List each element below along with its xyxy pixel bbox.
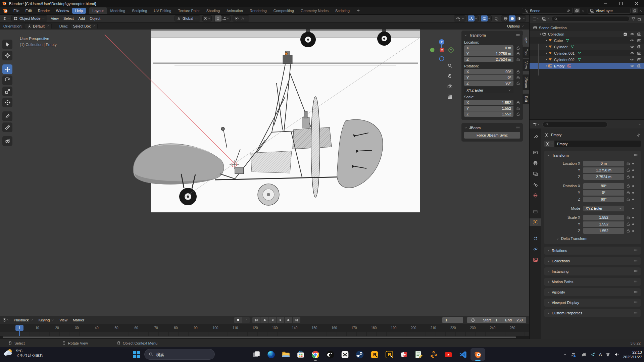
ime-mode-icon[interactable]: A: [599, 352, 602, 357]
tool-transform-button[interactable]: [2, 98, 12, 107]
eye-icon[interactable]: [630, 64, 634, 68]
animate-dot[interactable]: [632, 217, 634, 218]
timeline-ruler[interactable]: 1020304050607080901001101201301401501601…: [0, 324, 529, 332]
transform-orientation-dropdown[interactable]: Global: [175, 15, 200, 21]
dragdots-icon[interactable]: [633, 290, 638, 294]
show-object-types-dropdown[interactable]: [455, 15, 461, 21]
animate-dot[interactable]: [632, 192, 634, 194]
scene-selector[interactable]: Scene: [522, 8, 573, 14]
properties-tab-object[interactable]: [530, 218, 541, 226]
tri-right-icon[interactable]: [545, 52, 548, 55]
pin-icon[interactable]: [566, 9, 571, 13]
mode-dropdown[interactable]: XYZ Euler: [583, 206, 624, 211]
workspace-tab-uv-editing[interactable]: UV Editing: [150, 7, 175, 14]
filter-icon[interactable]: [631, 17, 636, 21]
options-dropdown[interactable]: Options: [507, 24, 524, 28]
tri-right-icon[interactable]: [545, 45, 548, 48]
snap-settings-dropdown[interactable]: [221, 15, 230, 21]
force-jbeam-sync-button[interactable]: Force JBeam Sync: [464, 132, 520, 139]
tool-measure-button[interactable]: [2, 122, 12, 132]
timeline-editor-type-button[interactable]: [2, 317, 10, 323]
sidebar-tab-item[interactable]: Item: [523, 34, 529, 46]
value-field[interactable]: 90°: [583, 183, 624, 189]
eye-icon[interactable]: [630, 45, 634, 49]
workspace-tab-layout[interactable]: Layout: [89, 7, 107, 14]
lock-open-icon[interactable]: [626, 197, 630, 201]
viewlayer-selector[interactable]: ViewLayer: [588, 8, 631, 14]
viewport-perspective-toggle-button[interactable]: [447, 94, 452, 100]
wifi-icon[interactable]: [605, 352, 610, 357]
taskbar-app-microsoft-store[interactable]: [293, 348, 308, 361]
sidebar-tab-tool[interactable]: Tool: [523, 47, 529, 58]
animate-dot[interactable]: [632, 223, 634, 225]
value-field[interactable]: 0°: [583, 190, 624, 196]
lock-open-icon[interactable]: [516, 52, 520, 56]
workspace-tab-geometry-nodes[interactable]: Geometry Nodes: [297, 7, 332, 14]
outliner-row-collection[interactable]: Collection: [530, 31, 644, 37]
camera-icon[interactable]: [637, 45, 641, 49]
next-keyframe-button[interactable]: [285, 317, 292, 323]
scale-y-field[interactable]: Y1.552: [464, 106, 520, 111]
weather-widget[interactable]: 5°C くもり時々晴れ: [3, 348, 43, 358]
clock[interactable]: 22:13 2025/11/27: [623, 350, 642, 359]
show-gizmo-toggle[interactable]: [468, 15, 475, 21]
tri-right-icon[interactable]: [545, 58, 548, 61]
properties-search-input[interactable]: [550, 122, 605, 126]
viewport-camera-view-button[interactable]: [447, 84, 452, 90]
camera-icon[interactable]: [637, 51, 641, 55]
taskbar-app-file-explorer[interactable]: [279, 348, 293, 361]
keying-set-dropdown[interactable]: [242, 317, 250, 323]
animate-dot[interactable]: [632, 185, 634, 187]
taskbar-app-nodes-app[interactable]: [426, 348, 441, 361]
add-workspace-button[interactable]: [353, 7, 363, 14]
workspace-tab-rendering[interactable]: Rendering: [246, 7, 270, 14]
snap-toggle[interactable]: [215, 15, 221, 21]
taskbar-app-youtube[interactable]: [441, 348, 456, 361]
camera-icon[interactable]: [637, 32, 641, 36]
value-field[interactable]: 1.552: [583, 221, 624, 227]
jump-end-button[interactable]: [293, 317, 300, 323]
new-viewlayer-button[interactable]: [631, 8, 638, 14]
properties-tab-physics[interactable]: [530, 245, 541, 253]
timeline-menu-keying[interactable]: Keying: [36, 317, 57, 323]
chevron-down-icon[interactable]: [464, 34, 467, 37]
animate-dot[interactable]: [632, 199, 634, 200]
lock-open-icon[interactable]: [626, 191, 630, 195]
sidebar-tab-edit[interactable]: Edit: [523, 94, 529, 104]
panel-viewport-display[interactable]: Viewport Display: [544, 299, 641, 307]
checkbox-icon[interactable]: [623, 32, 627, 36]
panel-motion-paths[interactable]: Motion Paths: [544, 278, 641, 286]
dragdots-icon[interactable]: [633, 300, 638, 305]
close-button[interactable]: [629, 0, 644, 7]
pivot-point-dropdown[interactable]: [202, 15, 212, 21]
timeline-menu-playback[interactable]: Playback: [11, 317, 36, 323]
animate-dot[interactable]: [632, 208, 634, 209]
pin-icon[interactable]: [636, 133, 641, 137]
lock-open-icon[interactable]: [516, 57, 520, 61]
value-field[interactable]: 1.552: [583, 215, 624, 220]
menu-edit[interactable]: Edit: [22, 8, 35, 14]
lock-open-icon[interactable]: [626, 215, 630, 219]
value-field[interactable]: 1.552: [583, 228, 624, 234]
dragdots-icon[interactable]: [633, 248, 638, 253]
sidebar-tab-jbeam[interactable]: JBeam: [523, 74, 529, 90]
editor-type-button[interactable]: [2, 15, 10, 21]
taskbar-app-rockstar-launcher[interactable]: R★: [382, 348, 397, 361]
rotation-z-field[interactable]: Z90°: [464, 81, 520, 86]
camera-icon[interactable]: [637, 57, 641, 62]
timeline-menu-marker[interactable]: Marker: [70, 317, 87, 323]
taskbar-app-task-view[interactable]: [249, 348, 264, 361]
viewport-zoom-button[interactable]: [447, 63, 452, 69]
taskbar-app-blender[interactable]: [470, 348, 485, 361]
auto-keying-clock[interactable]: [467, 318, 479, 322]
chevron-down-icon[interactable]: [547, 154, 550, 157]
value-field[interactable]: 1.2758 m: [583, 167, 624, 173]
workspace-tab-animation[interactable]: Animation: [223, 7, 246, 14]
orientation-dropdown[interactable]: Default: [25, 23, 52, 29]
workspace-tab-scripting[interactable]: Scripting: [332, 7, 353, 14]
taskbar-app-chrome[interactable]: [308, 348, 323, 361]
tool-move-button[interactable]: [2, 64, 12, 74]
start-frame-field[interactable]: Start 1: [479, 318, 501, 322]
taskbar-app-notepad-plus-plus[interactable]: [411, 348, 426, 361]
viewport-pan-button[interactable]: [447, 73, 452, 79]
